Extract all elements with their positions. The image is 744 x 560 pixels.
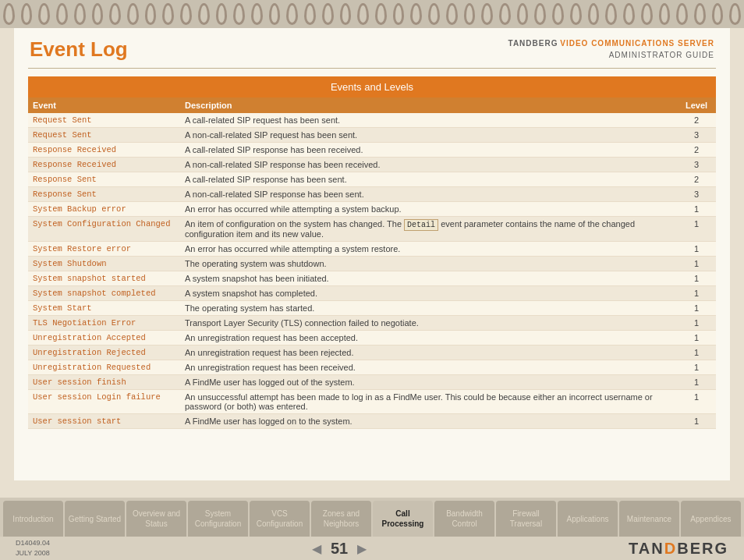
table-row: System Restore errorAn error has occurre…: [28, 242, 716, 257]
event-name-cell: Response Received: [28, 143, 180, 158]
event-name-cell: System Restore error: [28, 242, 180, 257]
table-row: System snapshot startedA system snapshot…: [28, 271, 716, 286]
event-name-cell: TLS Negotiation Error: [28, 316, 180, 331]
table-row: Request SentA non-call-related SIP reque…: [28, 128, 716, 143]
spiral-ring: [92, 3, 104, 25]
event-name-cell: Unregistration Accepted: [28, 331, 180, 346]
level-cell: 3: [677, 158, 716, 172]
spiral-ring: [233, 3, 245, 25]
level-cell: 1: [677, 217, 716, 242]
event-name-cell: System Start: [28, 301, 180, 316]
nav-tab-vcs-configuration[interactable]: VCS Configuration: [250, 501, 310, 537]
nav-tab-introduction[interactable]: Introduction: [3, 501, 63, 537]
nav-tab-getting-started[interactable]: Getting Started: [65, 501, 125, 537]
brand-guide: ADMINISTRATOR GUIDE: [508, 49, 714, 61]
event-name-cell: System snapshot started: [28, 271, 180, 286]
description-cell: A call-related SIP response has been rec…: [180, 143, 677, 158]
description-cell: A call-related SIP response has been sen…: [180, 172, 677, 187]
prev-page-button[interactable]: ◀: [312, 541, 321, 556]
description-cell: Transport Layer Security (TLS) connectio…: [180, 316, 677, 331]
spiral-ring: [286, 3, 298, 25]
col-event: Event: [28, 97, 180, 113]
brand-header: TANDBERG VIDEO COMMUNICATIONS SERVER ADM…: [508, 37, 714, 61]
table-row: Unregistration RejectedAn unregistration…: [28, 346, 716, 360]
nav-tab-overview-and-status[interactable]: Overview and Status: [126, 501, 186, 537]
spiral-ring: [340, 3, 352, 25]
table-row: User session Login failureAn unsuccessfu…: [28, 390, 716, 414]
level-cell: 1: [677, 202, 716, 217]
table-section: Events and Levels Event Description Leve…: [28, 76, 716, 429]
table-row: Request SentA call-related SIP request h…: [28, 113, 716, 128]
description-cell: An unsuccessful attempt has been made to…: [180, 390, 677, 414]
spiral-ring: [623, 3, 635, 25]
bottom-nav: IntroductionGetting StartedOverview and …: [0, 498, 744, 560]
spiral-ring: [517, 3, 529, 25]
level-cell: 1: [677, 331, 716, 346]
nav-tab-call-processing[interactable]: Call Processing: [373, 501, 433, 537]
brand-vcs: VIDEO COMMUNICATIONS SERVER: [560, 39, 714, 48]
level-cell: 3: [677, 187, 716, 202]
nav-tab-system-configuration[interactable]: System Configuration: [188, 501, 248, 537]
spiral-ring: [446, 3, 458, 25]
nav-tab-appendices[interactable]: Appendices: [681, 501, 741, 537]
spiral-ring: [375, 3, 387, 25]
table-row: System ShutdownThe operating system was …: [28, 257, 716, 271]
level-cell: 1: [677, 257, 716, 271]
description-cell: A FindMe user has logged out of the syst…: [180, 375, 677, 390]
spiral-ring: [659, 3, 671, 25]
spiral-ring: [304, 3, 316, 25]
nav-tab-firewall-traversal[interactable]: Firewall Traversal: [496, 501, 556, 537]
header-divider: [28, 68, 716, 69]
spiral-ring: [109, 3, 121, 25]
spiral-ring: [393, 3, 405, 25]
events-table: Event Description Level Request SentA ca…: [28, 97, 716, 429]
spiral-ring: [3, 3, 15, 25]
spiral-ring: [251, 3, 263, 25]
table-row: User session finishA FindMe user has log…: [28, 375, 716, 390]
event-name-cell: Unregistration Requested: [28, 360, 180, 375]
description-cell: A FindMe user has logged on to the syste…: [180, 414, 677, 429]
description-cell: The operating system was shutdown.: [180, 257, 677, 271]
nav-tab-maintenance[interactable]: Maintenance: [619, 501, 679, 537]
description-cell: A system snapshot has completed.: [180, 286, 677, 301]
page-title: Event Log: [30, 37, 128, 62]
spiral-ring: [712, 3, 724, 25]
description-cell: A non-call-related SIP response has been…: [180, 187, 677, 202]
page-nav: ◀ 51 ▶: [312, 540, 367, 558]
table-row: Unregistration RequestedAn unregistratio…: [28, 360, 716, 375]
spiral-ring: [21, 3, 33, 25]
spiral-ring: [605, 3, 617, 25]
spiral-ring: [464, 3, 476, 25]
page-header: Event Log TANDBERG VIDEO COMMUNICATIONS …: [14, 28, 730, 68]
description-cell: An item of configuration on the system h…: [180, 217, 677, 242]
nav-tab-applications[interactable]: Applications: [558, 501, 618, 537]
event-name-cell: System Configuration Changed: [28, 217, 180, 242]
level-cell: 1: [677, 346, 716, 360]
brand-logo: TANDBERG: [629, 540, 728, 558]
spiral-ring: [180, 3, 192, 25]
spiral-ring: [145, 3, 157, 25]
description-cell: A non-call-related SIP response has been…: [180, 158, 677, 172]
level-cell: 3: [677, 128, 716, 143]
description-cell: A call-related SIP request has been sent…: [180, 113, 677, 128]
spiral-ring: [676, 3, 688, 25]
description-cell: An error has occurred while attempting a…: [180, 242, 677, 257]
event-name-cell: Response Received: [28, 158, 180, 172]
table-row: Response SentA non-call-related SIP resp…: [28, 187, 716, 202]
spiral-ring: [481, 3, 493, 25]
event-name-cell: User session start: [28, 414, 180, 429]
nav-tab-bandwidth-control[interactable]: Bandwidth Control: [434, 501, 494, 537]
next-page-button[interactable]: ▶: [357, 541, 367, 556]
event-name-cell: Request Sent: [28, 113, 180, 128]
nav-tab-zones-and-neighbors[interactable]: Zones and Neighbors: [311, 501, 371, 537]
spiral-ring: [410, 3, 422, 25]
event-name-cell: System Shutdown: [28, 257, 180, 271]
event-name-cell: Request Sent: [28, 128, 180, 143]
table-row: System StartThe operating system has sta…: [28, 301, 716, 316]
spiral-ring: [127, 3, 139, 25]
description-cell: The operating system has started.: [180, 301, 677, 316]
event-name-cell: Unregistration Rejected: [28, 346, 180, 360]
spiral-ring: [428, 3, 440, 25]
level-cell: 2: [677, 172, 716, 187]
detail-code: Detail: [404, 219, 438, 231]
